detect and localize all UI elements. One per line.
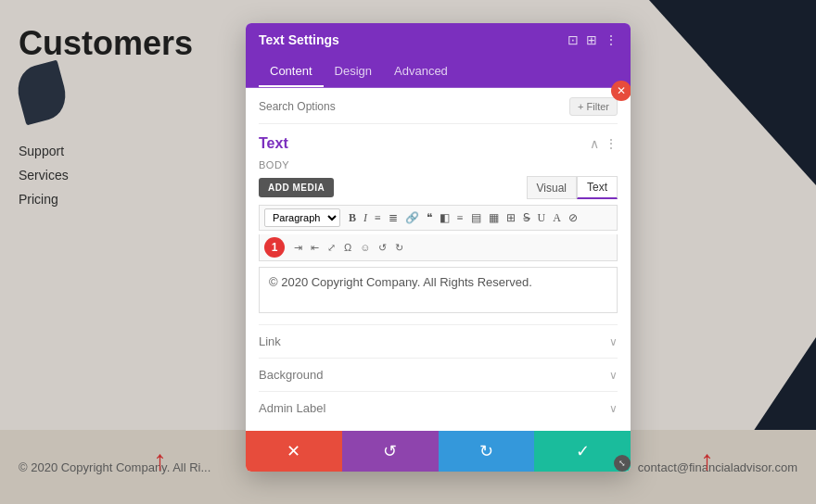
align-justify-button[interactable]: ▦ <box>486 210 502 226</box>
body-label: Body <box>259 159 618 170</box>
redo-btn[interactable]: ↻ <box>392 241 406 255</box>
collapse-icon[interactable]: ∧ <box>590 136 599 151</box>
modal-footer: ✕ ↺ ↻ ✓ <box>246 431 631 472</box>
section-title: Text <box>259 135 288 152</box>
indent-button[interactable]: ⇥ <box>291 241 305 255</box>
search-options-row: + Filter <box>259 97 618 124</box>
italic-button[interactable]: I <box>361 210 370 226</box>
strikethrough-button[interactable]: S̶ <box>520 210 533 226</box>
tab-design[interactable]: Design <box>324 57 383 87</box>
align-right-button[interactable]: ▤ <box>468 210 484 226</box>
modal-header: Text Settings ⊡ ⊞ ⋮ <box>246 23 631 57</box>
tab-advanced[interactable]: Advanced <box>383 57 459 87</box>
step-badge: 1 <box>264 237 285 258</box>
section-actions: ∧ ⋮ <box>590 136 618 151</box>
visual-view-button[interactable]: Visual <box>527 176 577 199</box>
align-left-button[interactable]: ◧ <box>437 210 453 226</box>
admin-chevron-icon: ∨ <box>609 402 618 415</box>
undo-button[interactable]: ↺ <box>376 241 389 255</box>
modal-title: Text Settings <box>259 32 339 47</box>
format-bar-row2: 1 ⇥ ⇤ ⤢ Ω ☺ ↺ ↻ <box>259 234 618 261</box>
editor-text: © 2020 Copyright Company. All Rights Res… <box>269 275 532 289</box>
admin-label-text: Admin Label <box>259 401 325 415</box>
text-view-button[interactable]: Text <box>577 176 618 199</box>
editor-toolbar-top: ADD MEDIA Visual Text <box>259 176 618 199</box>
blockquote-button[interactable]: ❝ <box>424 210 435 226</box>
cancel-button[interactable]: ✕ <box>246 431 342 472</box>
link-label: Link <box>259 334 281 348</box>
close-button[interactable]: ✕ <box>611 81 631 101</box>
resize-handle[interactable]: ⤡ <box>614 455 631 472</box>
link-button[interactable]: 🔗 <box>402 210 422 226</box>
link-section[interactable]: Link ∨ <box>259 324 618 358</box>
text-section-header: Text ∧ ⋮ <box>259 135 618 152</box>
columns-icon[interactable]: ⊞ <box>586 32 597 47</box>
unordered-list-button[interactable]: ≡ <box>372 210 384 226</box>
fullscreen-icon[interactable]: ⊡ <box>567 32 579 47</box>
background-chevron-icon: ∨ <box>609 369 618 382</box>
editor-content-area[interactable]: © 2020 Copyright Company. All Rights Res… <box>259 267 618 313</box>
view-toggle: Visual Text <box>527 176 618 199</box>
redo-button[interactable]: ↻ <box>439 431 535 472</box>
bold-button[interactable]: B <box>346 210 359 226</box>
format-bar-row1: Paragraph B I ≡ ≣ 🔗 ❝ ◧ ≡ ▤ ▦ ⊞ S̶ U A ⊘ <box>259 205 618 231</box>
add-media-button[interactable]: ADD MEDIA <box>259 178 334 197</box>
filter-button[interactable]: + Filter <box>569 97 618 116</box>
fullscreen-editor-button[interactable]: ⤢ <box>325 241 338 255</box>
link-chevron-icon: ∨ <box>609 335 618 348</box>
search-options-input[interactable] <box>259 100 398 113</box>
ordered-list-button[interactable]: ≣ <box>386 210 401 226</box>
more-format-button[interactable]: ⊘ <box>566 210 580 226</box>
admin-label-section[interactable]: Admin Label ∨ <box>259 391 618 424</box>
modal-tabs: Content Design Advanced <box>246 57 631 88</box>
modal-body: + Filter Text ∧ ⋮ Body ADD MEDIA Visual … <box>246 88 631 431</box>
background-section[interactable]: Background ∨ <box>259 358 618 391</box>
paragraph-select[interactable]: Paragraph <box>264 208 340 227</box>
emoji-button[interactable]: ☺ <box>357 241 373 254</box>
section-menu-icon[interactable]: ⋮ <box>605 136 618 151</box>
help-row: ? Help <box>259 424 618 431</box>
modal-header-icons: ⊡ ⊞ ⋮ <box>567 32 618 47</box>
background-label: Background <box>259 368 323 382</box>
tab-content[interactable]: Content <box>259 57 324 87</box>
text-color-button[interactable]: A <box>550 210 564 226</box>
outdent-button[interactable]: ⇤ <box>308 241 322 255</box>
reset-button[interactable]: ↺ <box>342 431 439 472</box>
more-icon[interactable]: ⋮ <box>605 32 618 47</box>
table-button[interactable]: ⊞ <box>504 210 518 226</box>
text-settings-modal: Text Settings ⊡ ⊞ ⋮ Content Design Advan… <box>246 23 631 472</box>
underline-button[interactable]: U <box>535 210 549 226</box>
special-chars-button[interactable]: Ω <box>341 241 354 254</box>
align-center-button[interactable]: ≡ <box>454 210 466 226</box>
